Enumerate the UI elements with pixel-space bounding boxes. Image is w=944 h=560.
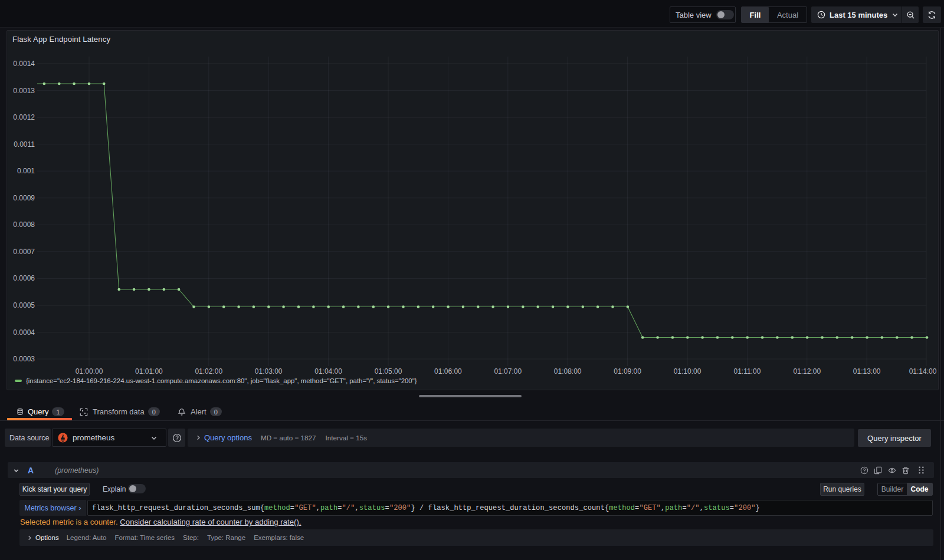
svg-text:01:12:00: 01:12:00 [793,367,821,375]
svg-text:01:13:00: 01:13:00 [853,367,881,375]
svg-text:0.0007: 0.0007 [13,248,35,256]
svg-text:0.0006: 0.0006 [13,274,35,282]
svg-text:0.0011: 0.0011 [14,140,35,149]
svg-text:01:14:00: 01:14:00 [909,367,937,375]
svg-text:01:03:00: 01:03:00 [255,367,283,375]
svg-text:01:04:00: 01:04:00 [314,367,342,375]
svg-text:01:02:00: 01:02:00 [195,367,222,375]
svg-text:01:06:00: 01:06:00 [434,367,462,375]
svg-text:0.001: 0.001 [17,167,35,175]
svg-text:0.0003: 0.0003 [13,355,35,363]
svg-text:01:11:00: 01:11:00 [733,367,761,375]
svg-text:0.0008: 0.0008 [13,220,35,229]
svg-text:01:05:00: 01:05:00 [375,367,402,375]
svg-text:0.0012: 0.0012 [13,113,35,121]
svg-text:0.0004: 0.0004 [13,328,35,337]
svg-text:0.0009: 0.0009 [13,194,35,202]
svg-text:0.0014: 0.0014 [13,60,35,68]
svg-text:0.0005: 0.0005 [13,301,35,309]
svg-text:01:07:00: 01:07:00 [494,367,522,375]
svg-text:01:09:00: 01:09:00 [614,367,641,375]
svg-text:01:00:00: 01:00:00 [76,367,103,375]
svg-text:01:01:00: 01:01:00 [135,367,163,375]
svg-text:0.0013: 0.0013 [13,87,35,95]
svg-text:01:10:00: 01:10:00 [674,367,702,375]
svg-text:01:08:00: 01:08:00 [554,367,582,375]
